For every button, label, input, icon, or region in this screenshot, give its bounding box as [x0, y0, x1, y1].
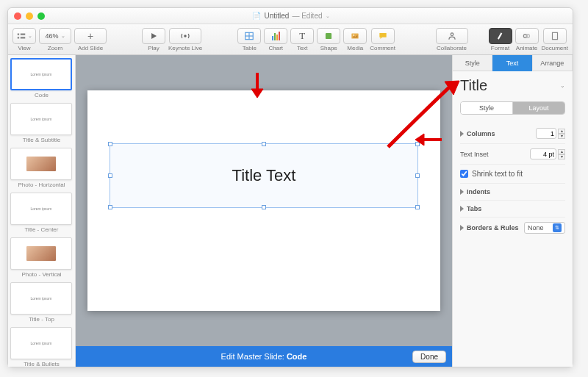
document-button[interactable] [543, 28, 567, 44]
columns-stepper[interactable]: ▴▾ [536, 128, 565, 139]
step-down[interactable]: ▾ [558, 134, 565, 139]
text-label: Text [297, 45, 308, 51]
view-button[interactable]: ⌄ [12, 28, 36, 44]
comment-label: Comment [370, 45, 395, 51]
resize-handle[interactable] [262, 205, 266, 209]
window-edited: — Edited [292, 12, 322, 20]
table-button[interactable] [237, 28, 261, 44]
disclosure-icon[interactable] [460, 225, 464, 231]
add-slide-button[interactable]: + [74, 28, 107, 44]
disclosure-icon[interactable] [460, 189, 464, 195]
text-subtabs: Style Layout [460, 101, 565, 115]
subtab-style[interactable]: Style [461, 102, 513, 114]
columns-input[interactable] [536, 128, 556, 139]
slide-thumbnail[interactable]: Photo - Vertical [10, 237, 73, 278]
resize-handle[interactable] [415, 142, 420, 146]
borders-select[interactable]: None⇅ [524, 222, 565, 234]
step-down[interactable]: ▾ [558, 154, 565, 159]
canvas-area: Title Text Edit Master Slide: Code Done [76, 55, 452, 367]
svg-rect-2 [21, 33, 25, 35]
resize-handle[interactable] [415, 173, 420, 178]
window-title: 📄 Untitled — Edited ⌄ [45, 12, 537, 20]
slide-thumbnail[interactable]: Photo - Horizontal [10, 148, 73, 188]
disclosure-icon[interactable] [460, 131, 464, 137]
play-button[interactable] [142, 28, 165, 44]
edit-master-bar: Edit Master Slide: Code Done [76, 346, 452, 367]
slide-thumbnail[interactable]: Lorem ipsumTitle - Top [10, 282, 73, 323]
svg-point-4 [184, 35, 187, 37]
step-up[interactable]: ▴ [558, 129, 565, 134]
indents-row[interactable]: Indents [460, 184, 565, 201]
svg-rect-8 [326, 32, 331, 38]
slide-thumbnail[interactable]: Lorem ipsumTitle - Center [10, 193, 73, 233]
text-inset-stepper[interactable]: ▴▾ [530, 148, 565, 159]
play-label: Play [148, 45, 159, 51]
tab-arrange[interactable]: Arrange [533, 55, 573, 71]
thumb-label: Code [10, 92, 73, 98]
shrink-text-row[interactable]: Shrink text to fit [460, 165, 565, 184]
slide[interactable]: Title Text [87, 90, 440, 311]
collaborate-button[interactable] [436, 28, 468, 44]
shape-label: Shape [320, 45, 337, 51]
tab-text[interactable]: Text [492, 55, 532, 71]
svg-rect-14 [552, 32, 557, 39]
body: Lorem ipsumCodeLorem ipsumTitle & Subtit… [8, 55, 573, 367]
svg-point-11 [451, 32, 453, 35]
window-title-text: Untitled [264, 12, 289, 20]
titlebar: 📄 Untitled — Edited ⌄ [8, 8, 573, 24]
thumb-label: Photo - Horizontal [10, 182, 73, 188]
done-button[interactable]: Done [412, 351, 446, 363]
format-button[interactable] [489, 28, 512, 44]
svg-rect-3 [21, 37, 25, 38]
text-button[interactable]: T [290, 28, 314, 44]
format-label: Format [491, 45, 509, 51]
slide-thumbnail[interactable]: Lorem ipsumTitle & Subtitle [10, 103, 73, 143]
comment-button[interactable] [371, 28, 395, 44]
close-icon[interactable] [14, 12, 21, 20]
tab-style[interactable]: Style [453, 55, 492, 71]
title-textbox[interactable]: Title Text [110, 143, 418, 208]
collaborate-label: Collaborate [437, 45, 467, 51]
paragraph-style-title[interactable]: Title [460, 77, 487, 94]
chevron-down-icon[interactable]: ⌄ [560, 82, 565, 89]
slide-thumbnail[interactable]: Lorem ipsumTitle & Bullets [10, 327, 73, 367]
title-text: Title Text [232, 166, 296, 185]
chevron-down-icon[interactable]: ⌄ [326, 13, 330, 19]
doc-icon: 📄 [252, 12, 261, 20]
step-up[interactable]: ▴ [558, 149, 565, 154]
shrink-text-label: Shrink text to fit [472, 170, 523, 178]
resize-handle[interactable] [108, 173, 112, 178]
text-inset-input[interactable] [530, 148, 556, 159]
svg-rect-1 [18, 37, 19, 38]
disclosure-icon[interactable] [460, 206, 464, 212]
subtab-layout[interactable]: Layout [513, 102, 564, 114]
media-button[interactable] [343, 28, 367, 44]
window: 📄 Untitled — Edited ⌄ ⌄ View 46%⌄ Zoom +… [7, 7, 573, 367]
svg-rect-0 [18, 33, 19, 35]
minimize-icon[interactable] [26, 12, 33, 20]
slide-thumbnail[interactable]: Lorem ipsumCode [10, 58, 73, 98]
tabs-row[interactable]: Tabs [460, 201, 565, 218]
inspector: Style Text Arrange Title ⌄ Style Layout … [452, 55, 573, 367]
fullscreen-icon[interactable] [37, 12, 45, 20]
chart-button[interactable] [264, 28, 287, 44]
animate-button[interactable] [515, 28, 539, 44]
columns-row[interactable]: Columns ▴▾ [460, 123, 565, 144]
zoom-button[interactable]: 46%⌄ [39, 28, 71, 44]
keynote-live-button[interactable] [169, 28, 201, 44]
thumb-label: Title & Bullets [10, 361, 73, 367]
shape-button[interactable] [317, 28, 340, 44]
resize-handle[interactable] [415, 205, 420, 209]
borders-row[interactable]: Borders & Rules None⇅ [460, 218, 565, 238]
slide-navigator[interactable]: Lorem ipsumCodeLorem ipsumTitle & Subtit… [8, 55, 76, 367]
resize-handle[interactable] [262, 142, 266, 146]
thumb-label: Title - Top [10, 316, 73, 323]
thumb-label: Title & Subtitle [10, 137, 73, 143]
shrink-text-checkbox[interactable] [460, 170, 468, 178]
resize-handle[interactable] [108, 205, 112, 209]
zoom-label: Zoom [48, 45, 62, 51]
select-caret-icon: ⇅ [553, 223, 562, 232]
resize-handle[interactable] [108, 142, 112, 146]
chart-label: Chart [268, 45, 283, 51]
canvas[interactable]: Title Text [76, 55, 452, 346]
